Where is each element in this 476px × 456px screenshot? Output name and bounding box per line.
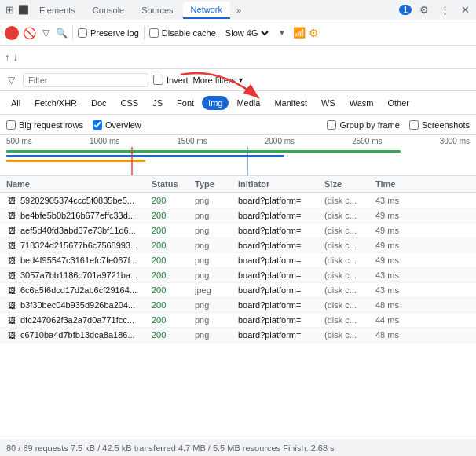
timeline-label: 2000 ms — [265, 137, 295, 145]
record-button[interactable] — [5, 26, 19, 40]
cell-status-7: 200 — [152, 300, 195, 310]
table-row[interactable]: 🖼 c6710ba4d7bfb13dca8a186... 200 png boa… — [0, 328, 476, 343]
type-tab-fetch-xhr[interactable]: Fetch/XHR — [28, 96, 83, 110]
type-tab-img[interactable]: Img — [202, 96, 229, 110]
throttle-dropdown-icon[interactable]: ▼ — [274, 25, 290, 41]
throttle-area: Slow 4G — [222, 28, 271, 39]
type-tab-all[interactable]: All — [5, 96, 27, 110]
cell-initiator-1: board?platform= — [238, 211, 324, 220]
table-row[interactable]: 🖼 dfc247062f3a2a7d0a771fcc... 200 png bo… — [0, 313, 476, 328]
cell-name-0: 🖼 59202905374ccc5f0835be5... — [6, 195, 152, 206]
toolbar-row2: ↑ ↓ — [0, 46, 476, 69]
preserve-log-checkbox[interactable]: Preserve log — [78, 28, 139, 38]
type-tab-manifest[interactable]: Manifest — [268, 96, 313, 110]
more-filters-button[interactable]: More filters ▼ — [193, 75, 244, 85]
filter-input-wrap — [23, 73, 148, 87]
cell-time-7: 48 ms — [375, 300, 415, 310]
disable-cache-input[interactable] — [149, 28, 159, 38]
more-options-icon[interactable]: ⋮ — [437, 2, 452, 18]
timeline-label: 3000 ms — [440, 137, 470, 145]
table-row[interactable]: 🖼 be4bfe5b0b216b677effc33d... 200 png bo… — [0, 208, 476, 223]
network-settings-icon[interactable]: ⚙ — [309, 27, 319, 39]
cell-size-3: (disk c... — [324, 241, 375, 250]
invert-label-text: Invert — [167, 75, 189, 85]
cell-type-2: png — [195, 226, 238, 235]
type-tab-wasm[interactable]: Wasm — [343, 96, 380, 110]
type-tab-other[interactable]: Other — [381, 96, 416, 110]
tab-console[interactable]: Console — [85, 2, 132, 18]
cell-initiator-6: board?platform= — [238, 285, 324, 295]
type-tab-media[interactable]: Media — [230, 96, 266, 110]
overview-checkbox[interactable]: Overview — [93, 120, 141, 130]
tab-more[interactable]: » — [232, 2, 246, 18]
cell-status-9: 200 — [152, 330, 195, 340]
cell-type-3: png — [195, 241, 238, 250]
cell-time-5: 43 ms — [375, 270, 415, 280]
file-name-4: bed4f95547c3161efc7fe067f... — [20, 256, 137, 265]
file-icon-7: 🖼 — [6, 300, 17, 311]
table-row[interactable]: 🖼 59202905374ccc5f0835be5... 200 png boa… — [0, 193, 476, 208]
cell-size-8: (disk c... — [324, 315, 375, 325]
cell-type-0: png — [195, 196, 238, 205]
table-body: 🖼 59202905374ccc5f0835be5... 200 png boa… — [0, 193, 476, 434]
filter-funnel-icon: ▽ — [5, 73, 18, 87]
table-row[interactable]: 🖼 718324d215677b6c7568993... 200 png boa… — [0, 238, 476, 253]
filter-input[interactable] — [28, 75, 143, 85]
timeline-marker-blue — [247, 147, 248, 175]
import-har-button[interactable]: ↓ — [13, 51, 19, 63]
disable-cache-checkbox[interactable]: Disable cache — [149, 28, 216, 38]
tab-network[interactable]: Network — [183, 2, 230, 19]
invert-checkbox[interactable] — [153, 75, 163, 85]
preserve-log-input[interactable] — [78, 28, 87, 38]
table-row[interactable]: 🖼 bed4f95547c3161efc7fe067f... 200 png b… — [0, 253, 476, 268]
stop-button[interactable]: 🚫 — [22, 26, 36, 40]
file-name-1: be4bfe5b0b216b677effc33d... — [20, 211, 135, 220]
file-icon-8: 🖼 — [6, 314, 17, 325]
timeline-bar-green — [6, 150, 401, 153]
cell-initiator-2: board?platform= — [238, 226, 324, 235]
type-tab-css[interactable]: CSS — [115, 96, 145, 110]
filter-icon[interactable]: ▽ — [39, 26, 53, 40]
big-request-rows-checkbox[interactable]: Big request rows — [6, 120, 83, 130]
close-icon[interactable]: ✕ — [457, 2, 473, 18]
cell-size-7: (disk c... — [324, 300, 375, 310]
group-frame-input[interactable] — [327, 120, 336, 130]
header-type[interactable]: Type — [195, 179, 238, 189]
type-tab-js[interactable]: JS — [146, 96, 169, 110]
overview-input[interactable] — [93, 120, 102, 130]
cell-type-7: png — [195, 300, 238, 310]
screenshots-input[interactable] — [409, 120, 419, 130]
screenshots-checkbox[interactable]: Screenshots — [409, 120, 470, 130]
more-filters-label: More filters — [193, 75, 236, 85]
group-by-frame-checkbox[interactable]: Group by frame — [327, 120, 399, 130]
export-har-button[interactable]: ↑ — [5, 51, 10, 63]
table-row[interactable]: 🖼 6c6a5f6dcd17d2ab6cf29164... 200 jpeg b… — [0, 283, 476, 298]
file-name-8: dfc247062f3a2a7d0a771fcc... — [20, 315, 134, 325]
header-size[interactable]: Size — [324, 179, 375, 189]
header-time[interactable]: Time — [375, 179, 415, 189]
type-tab-doc[interactable]: Doc — [85, 96, 113, 110]
tab-bar: ⊞ ⬛ Elements Console Sources Network » 1… — [0, 0, 476, 20]
search-icon[interactable]: 🔍 — [56, 28, 68, 39]
header-initiator[interactable]: Initiator — [238, 179, 324, 189]
tab-elements[interactable]: Elements — [31, 2, 83, 18]
type-tab-font[interactable]: Font — [170, 96, 200, 110]
timeline-bars — [6, 147, 470, 175]
header-status[interactable]: Status — [152, 179, 195, 189]
invert-checkbox-label[interactable]: Invert — [153, 75, 189, 85]
big-rows-input[interactable] — [6, 120, 16, 130]
tab-bar-left: ⊞ ⬛ Elements Console Sources Network » — [3, 2, 246, 19]
responsive-icon: ⬛ — [17, 4, 30, 17]
table-row[interactable]: 🖼 aef5d40fd3abd37e73bf11d6... 200 png bo… — [0, 223, 476, 238]
tab-sources[interactable]: Sources — [134, 2, 181, 18]
settings-icon[interactable]: ⚙ — [416, 2, 432, 18]
cell-type-8: png — [195, 315, 238, 325]
file-name-7: b3f30bec04b935d926ba204... — [20, 300, 135, 310]
header-name[interactable]: Name — [6, 179, 152, 189]
type-tab-ws[interactable]: WS — [315, 96, 342, 110]
table-row[interactable]: 🖼 b3f30bec04b935d926ba204... 200 png boa… — [0, 298, 476, 313]
cell-name-7: 🖼 b3f30bec04b935d926ba204... — [6, 300, 152, 311]
cell-size-1: (disk c... — [324, 211, 375, 220]
table-row[interactable]: 🖼 3057a7bb1186c701a9721ba... 200 png boa… — [0, 268, 476, 283]
throttle-select[interactable]: Slow 4G — [222, 28, 271, 39]
